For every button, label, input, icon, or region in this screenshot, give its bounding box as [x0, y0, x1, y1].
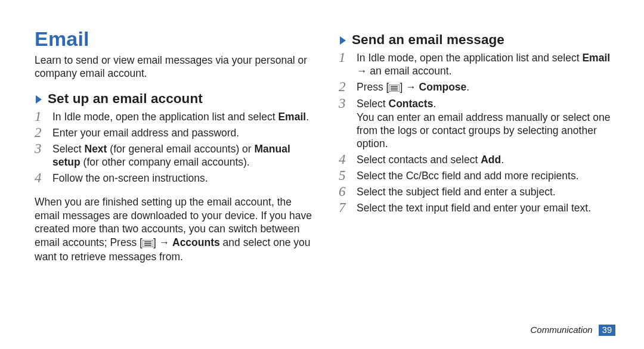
text: ] →	[153, 236, 172, 248]
step-number: 1	[339, 51, 357, 65]
step-text: Press [] → Compose.	[357, 80, 617, 95]
text: .	[466, 81, 469, 93]
right-column: Send an email message 1 In Idle mode, op…	[339, 27, 617, 349]
text: In Idle mode, open the application list …	[52, 111, 278, 123]
step-number: 7	[339, 201, 357, 215]
send-step-3: 3 Select Contacts. You can enter an emai…	[339, 97, 617, 151]
setup-step-4: 4 Follow the on-screen instructions.	[35, 172, 312, 185]
send-step-7: 7 Select the text input field and enter …	[339, 201, 617, 215]
intro-text: Learn to send or view email messages via…	[35, 54, 312, 80]
step-text: Select contacts and select Add.	[357, 153, 617, 166]
step-number: 1	[35, 110, 52, 124]
bold-accounts: Accounts	[172, 236, 220, 248]
step-number: 2	[339, 80, 357, 94]
setup-step-2: 2 Enter your email address and password.	[35, 126, 312, 140]
step-number: 2	[35, 126, 52, 140]
step-text: Select the Cc/Bcc field and add more rec…	[357, 169, 617, 182]
step-text: Select Next (for general email accounts)…	[52, 142, 312, 169]
setup-step-3: 3 Select Next (for general email account…	[35, 142, 312, 169]
send-step-2: 2 Press [] → Compose.	[339, 80, 617, 95]
page-title: Email	[35, 27, 312, 51]
subheading-send-text: Send an email message	[352, 32, 504, 48]
chevron-right-icon	[339, 35, 348, 46]
step-text: Enter your email address and password.	[52, 126, 312, 139]
step-number: 4	[339, 152, 357, 167]
subheading-setup-text: Set up an email account	[48, 91, 203, 107]
menu-icon	[389, 82, 400, 95]
step-text: Follow the on-screen instructions.	[52, 172, 312, 185]
bold-add: Add	[481, 154, 501, 166]
text: (for other company email accounts).	[80, 156, 250, 168]
bold-compose: Compose	[419, 81, 467, 93]
text: Select	[52, 143, 85, 155]
page-footer: Communication 39	[530, 325, 615, 336]
setup-steps: 1 In Idle mode, open the application lis…	[35, 110, 312, 185]
text: ] →	[400, 81, 419, 93]
text: .	[306, 111, 309, 123]
step-number: 3	[339, 96, 357, 111]
step-text: Select the subject field and enter a sub…	[357, 185, 617, 198]
subheading-send: Send an email message	[339, 32, 617, 48]
send-step-6: 6 Select the subject field and enter a s…	[339, 185, 617, 199]
step-text: Select the text input field and enter yo…	[357, 201, 617, 214]
chevron-right-icon	[35, 94, 44, 105]
text: → an email account.	[357, 65, 452, 77]
step-number: 3	[35, 142, 52, 156]
footer-page-number: 39	[599, 325, 615, 336]
bold-email: Email	[582, 52, 610, 64]
text: Select contacts and select	[357, 154, 481, 166]
step-number: 4	[35, 171, 52, 185]
send-step-5: 5 Select the Cc/Bcc field and add more r…	[339, 169, 617, 183]
setup-step-1: 1 In Idle mode, open the application lis…	[35, 110, 312, 124]
bold-next: Next	[85, 143, 107, 155]
text: Select	[357, 98, 389, 110]
send-step-1: 1 In Idle mode, open the application lis…	[339, 51, 617, 78]
step-text: In Idle mode, open the application list …	[357, 51, 617, 78]
text: In Idle mode, open the application list …	[357, 52, 582, 64]
manual-page: Email Learn to send or view email messag…	[0, 0, 644, 349]
left-column: Email Learn to send or view email messag…	[35, 27, 312, 349]
text: (for general email accounts) or	[107, 143, 254, 155]
text: You can enter an email address manually …	[357, 111, 610, 150]
subheading-setup: Set up an email account	[35, 91, 312, 107]
text: Press [	[357, 81, 389, 93]
step-number: 6	[339, 185, 357, 199]
bold-email: Email	[278, 111, 306, 123]
text: .	[433, 98, 436, 110]
step-text: In Idle mode, open the application list …	[52, 110, 312, 123]
text: .	[501, 154, 504, 166]
step-text: Select Contacts. You can enter an email …	[357, 97, 617, 151]
menu-icon	[143, 237, 153, 250]
bold-contacts: Contacts	[389, 98, 434, 110]
send-steps: 1 In Idle mode, open the application lis…	[339, 51, 617, 215]
send-step-4: 4 Select contacts and select Add.	[339, 153, 617, 167]
step-number: 5	[339, 169, 357, 183]
setup-paragraph: When you are finished setting up the ema…	[35, 195, 312, 263]
footer-section: Communication	[530, 325, 592, 335]
